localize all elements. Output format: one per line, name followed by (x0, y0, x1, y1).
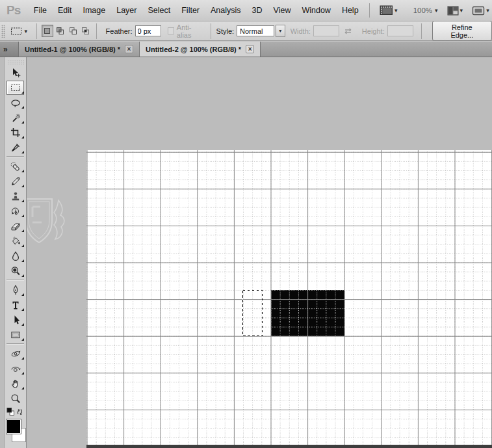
tool-options-bar: ▾ Feather: (0, 21, 492, 41)
flyout-indicator (21, 200, 24, 202)
tool-pencil[interactable] (5, 174, 26, 189)
tool-move[interactable] (5, 66, 26, 80)
menu-3d[interactable]: 3D (246, 0, 268, 21)
menu-window[interactable]: Window (296, 0, 336, 21)
tab-untitled-1[interactable]: Untitled-1 @ 100% (RGB/8) * × (19, 42, 140, 57)
launch-bridge-icon (380, 5, 393, 16)
flyout-indicator (21, 274, 24, 277)
tool-clone-stamp[interactable] (5, 189, 26, 204)
tab-title: Untitled-1 @ 100% (RGB/8) * (25, 46, 120, 53)
chevron-down-icon: ▾ (460, 7, 463, 14)
tool-history-brush[interactable] (5, 204, 26, 218)
options-bar-grip[interactable] (1, 25, 5, 38)
menu-view[interactable]: View (268, 0, 296, 21)
watermark-crest (22, 194, 74, 254)
flyout-indicator (21, 106, 24, 109)
tab-untitled-2[interactable]: Untitled-2 @ 100% (RGB/8) * × (140, 42, 261, 57)
refine-edge-button[interactable]: Refine Edge... (432, 21, 492, 41)
chevron-down-icon: ▾ (279, 28, 281, 34)
flyout-indicator (21, 151, 24, 153)
tool-path-selection[interactable] (5, 313, 26, 327)
zoom-level-control[interactable]: 100% ▾ (405, 5, 443, 16)
flyout-indicator (21, 91, 24, 94)
view-extras-button[interactable]: ▾ (445, 5, 468, 17)
swap-dimensions-icon (343, 27, 353, 35)
default-colors-control[interactable] (5, 406, 26, 417)
photoshop-window: Ps FileEditImageLayerSelectFilterAnalysi… (0, 0, 492, 448)
color-swatches (5, 419, 26, 446)
app-logo: Ps (6, 3, 20, 18)
tool-eraser[interactable] (5, 219, 26, 233)
menu-filter[interactable]: Filter (176, 0, 205, 21)
width-label: Width: (291, 27, 311, 35)
intersect-selection-button[interactable] (80, 25, 92, 37)
chevron-down-icon: ▾ (395, 7, 398, 14)
close-tab-button[interactable]: × (125, 45, 133, 53)
menu-help[interactable]: Help (336, 0, 364, 21)
tool-eyedropper[interactable] (5, 140, 26, 155)
tool-crop[interactable] (5, 125, 26, 140)
feather-label: Feather: (106, 27, 133, 35)
menu-analysis[interactable]: Analysis (205, 0, 247, 21)
flyout-indicator (21, 387, 24, 389)
screen-mode-button[interactable]: ▾ (470, 5, 492, 17)
tool-3d-rotate[interactable] (5, 347, 26, 361)
canvas-bottom-edge (86, 445, 492, 448)
tool-paint-bucket[interactable] (5, 234, 26, 248)
flyout-indicator (21, 185, 24, 187)
collapse-arrows-icon: » (3, 46, 8, 53)
menu-layer[interactable]: Layer (111, 0, 142, 21)
zoom-level-value: 100% (413, 7, 432, 14)
tool-pen[interactable] (5, 283, 26, 297)
style-label: Style: (216, 27, 235, 35)
menu-edit[interactable]: Edit (52, 0, 77, 21)
tool-rectangular-marquee[interactable] (5, 81, 26, 95)
new-selection-button[interactable] (42, 25, 53, 37)
launch-bridge-button[interactable]: ▾ (378, 4, 402, 17)
style-select[interactable]: Normal (237, 25, 274, 36)
tool-lasso[interactable] (5, 96, 26, 110)
tool-dodge[interactable] (5, 264, 26, 278)
default-colors-icon (6, 407, 25, 417)
new-selection-icon (43, 27, 51, 35)
tool-type[interactable] (5, 298, 26, 312)
tool-preset-picker[interactable]: ▾ (7, 27, 32, 36)
tool-3d-orbit[interactable] (5, 362, 26, 376)
move-icon (6, 66, 24, 80)
document-tab-strip: » Untitled-1 @ 100% (RGB/8) * × Untitled… (0, 41, 492, 57)
divider (369, 3, 370, 18)
anti-alias-checkbox[interactable] (168, 27, 174, 34)
flyout-indicator (21, 372, 24, 375)
flyout-indicator (21, 293, 24, 296)
menu-select[interactable]: Select (142, 0, 176, 21)
tools-panel-grip[interactable] (7, 59, 24, 64)
tool-rectangle-shape[interactable] (5, 328, 26, 342)
subtract-from-selection-button[interactable] (67, 25, 79, 37)
style-select-arrow-button[interactable]: ▾ (276, 25, 285, 37)
chevron-down-icon: ▾ (486, 7, 489, 14)
feather-input[interactable] (135, 25, 161, 36)
canvas[interactable] (86, 150, 492, 445)
flyout-indicator (21, 323, 24, 326)
menu-file[interactable]: File (28, 0, 52, 21)
flyout-indicator (21, 308, 24, 311)
tool-blur[interactable] (5, 249, 26, 263)
foreground-color-swatch[interactable] (6, 419, 21, 434)
divider (211, 23, 211, 39)
tools-dock-collapse-button[interactable]: » (0, 42, 19, 57)
menu-items: FileEditImageLayerSelectFilterAnalysis3D… (28, 0, 364, 21)
close-tab-button[interactable]: × (246, 45, 254, 53)
flyout-indicator (21, 170, 24, 172)
tool-zoom[interactable] (5, 391, 26, 406)
flyout-indicator (21, 136, 24, 138)
tool-spot-healing-brush[interactable] (5, 159, 26, 174)
divider (36, 23, 37, 39)
flyout-indicator (21, 338, 24, 341)
menu-image[interactable]: Image (77, 0, 111, 21)
workspace (0, 57, 492, 448)
tool-hand[interactable] (5, 376, 26, 391)
style-select-value: Normal (240, 27, 263, 35)
add-to-selection-button[interactable] (55, 25, 66, 37)
flyout-indicator (21, 244, 24, 247)
tool-quick-selection[interactable] (5, 111, 26, 125)
